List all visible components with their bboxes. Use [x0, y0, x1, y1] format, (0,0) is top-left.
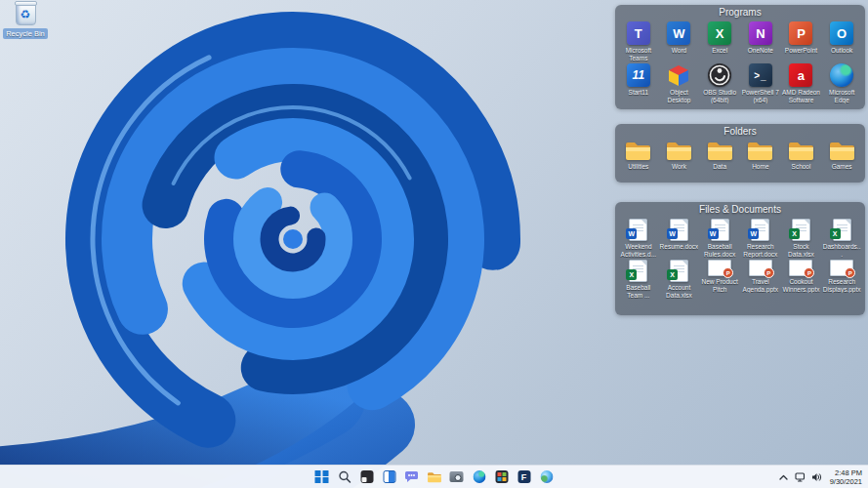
- folder-icon: [788, 141, 814, 161]
- microsoft-edge-button[interactable]: [471, 468, 487, 485]
- program-label: Excel: [700, 47, 739, 55]
- tray-network-button[interactable]: [795, 471, 806, 483]
- file-label: Stock Data.xlsx: [781, 243, 820, 258]
- folder-item-utilities[interactable]: Utilities: [618, 139, 659, 171]
- desktop: ♻ Recycle Bin Programs T Microsoft Teams…: [0, 0, 868, 488]
- program-item-powerpoint[interactable]: P PowerPoint: [781, 20, 822, 61]
- program-item-obs-studio[interactable]: OBS Studio (64bit): [699, 61, 740, 103]
- store-app-button[interactable]: [493, 468, 510, 485]
- folder-item-work[interactable]: Work: [659, 139, 700, 171]
- excel-file-icon: X: [833, 219, 851, 241]
- folder-label: Work: [659, 163, 698, 171]
- file-item-baseball-rules[interactable]: W Baseball Rules.docx: [699, 217, 740, 258]
- word-file-icon: W: [629, 219, 647, 241]
- file-label: Dashboards...: [822, 243, 861, 258]
- fence-programs-title[interactable]: Programs: [615, 5, 865, 20]
- folder-item-school[interactable]: School: [781, 139, 822, 171]
- program-label: Word: [659, 47, 698, 55]
- file-label: Baseball Team ...: [619, 284, 658, 299]
- search-button[interactable]: [336, 468, 352, 485]
- folder-icon: [707, 141, 733, 161]
- program-item-onenote[interactable]: N OneNote: [740, 20, 781, 61]
- powerpoint-file-icon: P: [708, 260, 731, 276]
- word-badge-icon: W: [667, 228, 678, 239]
- program-label: Outlook: [822, 47, 861, 55]
- program-label: PowerShell 7 (x64): [741, 89, 780, 103]
- program-label: Object Desktop: [659, 89, 698, 103]
- powerpoint-file-icon: P: [789, 260, 812, 276]
- file-item-weekend-activities[interactable]: W Weekend Activities.d...: [618, 217, 659, 258]
- folder-item-data[interactable]: Data: [699, 139, 740, 171]
- powerpoint-badge-icon: P: [804, 267, 814, 278]
- file-item-stock-data[interactable]: X Stock Data.xlsx: [781, 217, 822, 258]
- obs-studio-icon: [708, 63, 731, 87]
- file-item-new-product-pitch-deck[interactable]: P New Product Pitch Deck.p...: [699, 258, 740, 299]
- fence-files-title[interactable]: Files & Documents: [615, 202, 865, 217]
- program-item-start11[interactable]: 11 Start11: [618, 61, 659, 103]
- powerpoint-glyph: P: [797, 26, 806, 41]
- file-item-travel-agenda[interactable]: P Travel Agenda.pptx: [740, 258, 781, 299]
- folder-item-games[interactable]: Games: [821, 139, 862, 171]
- folder-item-home[interactable]: Home: [740, 139, 781, 171]
- start-button[interactable]: [313, 468, 330, 485]
- taskbar: F: [0, 465, 868, 488]
- word-badge-icon: W: [626, 228, 637, 239]
- globe-app-button[interactable]: [538, 468, 555, 485]
- excel-glyph: X: [716, 26, 724, 41]
- excel-file-icon: X: [670, 260, 688, 282]
- word-badge-icon: W: [748, 228, 759, 239]
- tray-clock[interactable]: 2:48 PM 9/30/2021: [828, 468, 864, 486]
- program-item-excel[interactable]: X Excel: [699, 20, 740, 61]
- recycle-bin[interactable]: ♻ Recycle Bin: [2, 3, 49, 39]
- powerpoint-badge-icon: P: [764, 267, 774, 278]
- onenote-icon: N: [749, 21, 772, 45]
- program-item-microsoft-edge[interactable]: Microsoft Edge: [821, 61, 862, 103]
- file-explorer-button[interactable]: [426, 468, 442, 485]
- chat-bubble-icon: [405, 470, 419, 483]
- program-item-object-desktop[interactable]: Object Desktop: [659, 61, 700, 103]
- store-icon: [495, 470, 508, 483]
- file-item-account-data[interactable]: X Account Data.xlsx: [659, 258, 700, 299]
- start11-icon: 11: [627, 63, 650, 87]
- folder-label: Home: [741, 163, 780, 171]
- program-item-word[interactable]: W Word: [659, 20, 700, 61]
- excel-badge-icon: X: [789, 228, 800, 239]
- folder-icon: [625, 141, 651, 161]
- fence-folders-grid: Utilities Work Data Home School Games: [615, 139, 865, 173]
- tray-volume-button[interactable]: [811, 471, 823, 483]
- word-glyph: W: [673, 26, 684, 41]
- file-item-dashboards[interactable]: X Dashboards...: [821, 217, 862, 258]
- taskbar-dark-app-button[interactable]: [358, 468, 375, 485]
- camera-app-button[interactable]: [448, 468, 465, 485]
- fence-folders-title[interactable]: Folders: [615, 124, 865, 139]
- fence-files-grid: W Weekend Activities.d... W Resume.docx …: [615, 217, 865, 301]
- file-item-baseball-team[interactable]: X Baseball Team ...: [618, 258, 659, 299]
- file-item-research-displays[interactable]: P Research Displays.pptx: [821, 258, 862, 299]
- fence-files-documents: Files & Documents W Weekend Activities.d…: [615, 202, 865, 315]
- program-item-outlook[interactable]: O Outlook: [821, 20, 862, 61]
- tray-hidden-icons-button[interactable]: [778, 471, 790, 483]
- microsoft-edge-icon: [473, 470, 485, 483]
- file-label: Travel Agenda.pptx: [741, 278, 780, 293]
- file-item-cookout-winners[interactable]: P Cookout Winners.pptx: [781, 258, 822, 299]
- program-label: AMD Radeon Software: [781, 89, 820, 103]
- amd-glyph: a: [798, 68, 805, 83]
- program-item-microsoft-teams[interactable]: T Microsoft Teams: [618, 20, 659, 61]
- program-item-amd-radeon[interactable]: a AMD Radeon Software: [781, 61, 822, 103]
- word-file-icon: W: [711, 219, 729, 241]
- fences-app-button[interactable]: F: [516, 468, 532, 485]
- excel-badge-icon: X: [667, 269, 678, 280]
- program-label: Microsoft Teams: [619, 47, 658, 61]
- file-label: Cookout Winners.pptx: [781, 278, 820, 293]
- program-label: Microsoft Edge: [822, 89, 861, 103]
- file-item-research-report[interactable]: W Research Report.docx: [740, 217, 781, 258]
- file-explorer-icon: [427, 471, 441, 483]
- recycle-bin-icon: ♻: [16, 3, 36, 25]
- file-item-resume[interactable]: W Resume.docx: [659, 217, 700, 258]
- powerpoint-icon: P: [789, 21, 812, 45]
- chevron-up-icon: [779, 474, 788, 480]
- folder-label: School: [781, 163, 820, 171]
- chat-button[interactable]: [403, 468, 420, 485]
- program-item-powershell7[interactable]: >_ PowerShell 7 (x64): [740, 61, 781, 103]
- taskbar-split-window-app-button[interactable]: [381, 468, 397, 485]
